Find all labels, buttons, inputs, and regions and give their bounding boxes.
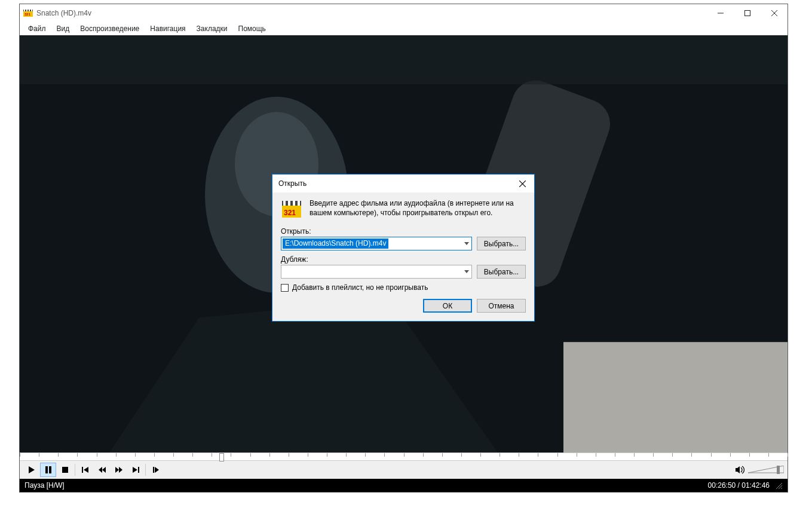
seekbar[interactable] (20, 452, 788, 461)
dialog-instruction: Введите адрес фильма или аудиофайла (в и… (310, 198, 526, 218)
dub-path-combo[interactable] (281, 265, 472, 279)
open-dialog: Открыть 321 Введите адрес фильма или ауд… (272, 174, 535, 322)
open-path-value: E:\Downloads\Snatch (HD).m4v (283, 239, 388, 249)
status-grip-icon (774, 481, 783, 490)
separator (145, 464, 146, 476)
svg-rect-43 (293, 201, 295, 206)
svg-rect-34 (777, 466, 780, 474)
statusbar: Пауза [H/W] 00:26:50 / 01:42:46 (20, 479, 788, 492)
svg-rect-42 (288, 201, 290, 206)
separator (75, 464, 75, 476)
play-button[interactable] (23, 463, 39, 477)
svg-text:321: 321 (24, 13, 31, 16)
cancel-button[interactable]: Отмена (477, 299, 526, 313)
svg-text:321: 321 (284, 209, 296, 217)
menu-navigation[interactable]: Навигация (145, 23, 190, 34)
svg-marker-47 (464, 242, 469, 245)
svg-line-37 (781, 488, 782, 489)
forward-button[interactable] (111, 463, 127, 477)
dub-field-label: Дубляж: (281, 255, 526, 264)
svg-rect-41 (283, 201, 286, 206)
browse-open-button[interactable]: Выбрать... (477, 237, 526, 250)
titlebar[interactable]: 321 Snatch (HD).m4v (20, 4, 788, 22)
time-display[interactable]: 00:26:50 / 01:42:46 (708, 481, 770, 490)
svg-rect-21 (62, 467, 68, 473)
maximize-button[interactable] (734, 4, 761, 22)
chevron-down-icon[interactable] (461, 265, 471, 278)
menu-file[interactable]: Файл (23, 23, 51, 34)
svg-marker-28 (133, 467, 137, 473)
dialog-titlebar[interactable]: Открыть (272, 175, 534, 192)
mute-button[interactable] (731, 463, 747, 477)
svg-rect-20 (49, 466, 51, 473)
menu-bookmarks[interactable]: Закладки (192, 23, 232, 34)
pause-button[interactable] (40, 463, 56, 477)
svg-rect-3 (29, 10, 30, 11)
stop-button[interactable] (57, 463, 73, 477)
dialog-close-button[interactable] (510, 175, 534, 192)
checkbox-label[interactable]: Добавить в плейлист, но не проигрывать (292, 283, 428, 292)
svg-rect-29 (138, 467, 139, 473)
window-title: Snatch (HD).m4v (36, 9, 707, 17)
svg-marker-25 (102, 467, 106, 473)
app-icon: 321 (281, 198, 302, 220)
rewind-button[interactable] (94, 463, 110, 477)
menu-playback[interactable]: Воспроизведение (75, 23, 144, 34)
svg-rect-2 (26, 10, 27, 11)
svg-marker-23 (84, 467, 88, 473)
svg-marker-26 (115, 467, 119, 473)
svg-marker-48 (464, 270, 469, 273)
menu-help[interactable]: Помощь (234, 23, 271, 34)
svg-rect-17 (563, 342, 788, 452)
step-button[interactable] (148, 463, 164, 477)
svg-rect-16 (20, 35, 788, 84)
minimize-button[interactable] (707, 4, 734, 22)
svg-rect-4 (31, 10, 32, 11)
svg-rect-1 (24, 10, 25, 11)
next-button[interactable] (127, 463, 143, 477)
controls-bar (20, 461, 788, 479)
chevron-down-icon[interactable] (461, 237, 471, 250)
app-icon: 321 (23, 8, 33, 18)
svg-marker-31 (155, 467, 159, 473)
svg-marker-27 (119, 467, 122, 473)
svg-marker-18 (29, 466, 35, 473)
ok-button[interactable]: ОК (423, 299, 472, 313)
svg-rect-22 (82, 467, 83, 473)
add-to-playlist-checkbox[interactable] (281, 284, 289, 292)
svg-marker-24 (99, 467, 102, 473)
prev-button[interactable] (77, 463, 93, 477)
close-button[interactable] (761, 4, 788, 22)
dialog-title: Открыть (278, 179, 510, 188)
seek-thumb[interactable] (219, 453, 224, 461)
svg-rect-8 (744, 11, 750, 16)
status-text: Пауза [H/W] (24, 481, 708, 490)
open-field-label: Открыть: (281, 227, 526, 236)
browse-dub-button[interactable]: Выбрать... (477, 265, 526, 279)
open-path-combo[interactable]: E:\Downloads\Snatch (HD).m4v (281, 237, 472, 250)
menu-view[interactable]: Вид (52, 23, 75, 34)
svg-marker-32 (736, 466, 740, 473)
svg-rect-44 (298, 201, 300, 206)
svg-rect-19 (45, 466, 48, 473)
svg-rect-30 (153, 467, 154, 473)
menubar: Файл Вид Воспроизведение Навигация Закла… (20, 22, 788, 35)
volume-slider[interactable] (748, 466, 784, 474)
